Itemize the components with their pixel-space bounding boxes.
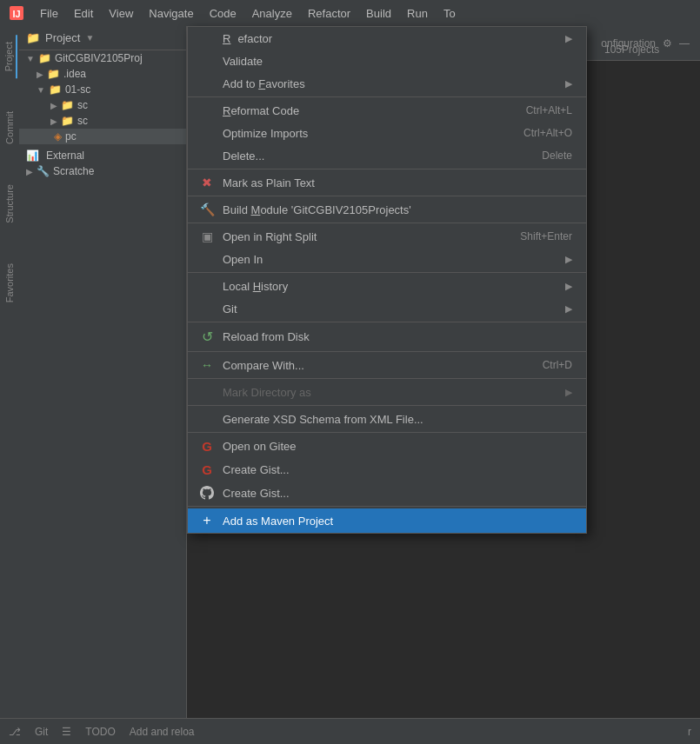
compare-icon: ↔ (198, 358, 216, 372)
tree-item-sc1[interactable]: ▶ 📁 sc (19, 97, 186, 113)
menu-item-compare[interactable]: ↔ Compare With... Ctrl+D (188, 354, 586, 376)
git-status-label[interactable]: Git (35, 726, 48, 738)
separator-2 (188, 169, 586, 169)
menu-item-open-gitee[interactable]: G Open on Gitee (188, 435, 586, 458)
tree-item-root[interactable]: ▼ 📁 GitCGBIV2105Proj (19, 50, 186, 66)
folder-icon-sc1: 📁 (61, 99, 74, 111)
refactor-label: R (223, 32, 230, 45)
menu-refactor[interactable]: Refactor (301, 3, 357, 23)
status-text: Add and reloa (130, 726, 195, 738)
side-tab-project[interactable]: Project (2, 35, 17, 78)
mark-directory-label: Mark Directory as (223, 386, 311, 399)
separator-8 (188, 378, 586, 379)
menu-item-open-right-split[interactable]: ▣ Open in Right Split Shift+Enter (188, 225, 586, 248)
gear-icon[interactable]: ⚙ (663, 37, 672, 50)
separator-3 (188, 196, 586, 196)
compare-shortcut: Ctrl+D (543, 359, 572, 371)
menu-to[interactable]: To (437, 3, 463, 23)
tree-item-01sc[interactable]: ▼ 📁 01-sc (19, 82, 186, 97)
menu-item-generate-xsd[interactable]: Generate XSD Schema from XML File... (188, 408, 586, 430)
gitee-gist-icon: G (198, 462, 216, 477)
git-status-icon: ⎇ (9, 726, 21, 738)
menu-item-refactor[interactable]: Refactor ▶ (188, 27, 586, 50)
arrow-icon: ▼ (26, 54, 35, 63)
arrow-icon: ▶ (50, 101, 57, 110)
separator-11 (188, 506, 586, 507)
separator-7 (188, 351, 586, 352)
tree-item-sc2[interactable]: ▶ 📁 sc (19, 113, 186, 129)
local-history-label: Local History (223, 280, 288, 293)
tree-item-scratche[interactable]: ▶ 🔧 Scratche (19, 163, 186, 179)
menu-item-git[interactable]: Git ▶ (188, 297, 586, 320)
menu-item-add-favorites[interactable]: Add to Favorites ▶ (188, 72, 586, 95)
delete-shortcut: Delete (542, 149, 572, 162)
menu-item-delete[interactable]: Delete... Delete (188, 144, 586, 167)
menu-item-mark-plain[interactable]: ✖ Mark as Plain Text (188, 171, 586, 194)
optimize-label: Optimize Imports (223, 127, 308, 140)
root-folder-icon: 📁 (38, 52, 51, 64)
menu-item-mark-directory[interactable]: Mark Directory as ▶ (188, 381, 586, 403)
todo-icon: ☰ (62, 726, 71, 738)
menu-item-optimize[interactable]: Optimize Imports Ctrl+Alt+O (188, 122, 586, 144)
side-tab-commit[interactable]: Commit (3, 104, 17, 151)
menu-item-build-module[interactable]: 🔨 Build Module 'GitCGBIV2105Projects' (188, 198, 586, 221)
sc2-label: sc (77, 115, 88, 127)
folder-icon: 📁 (26, 31, 40, 44)
menu-item-open-in[interactable]: Open In ▶ (188, 248, 586, 270)
menu-item-create-gist-2[interactable]: Create Gist... (188, 482, 586, 504)
external-icon: 📊 (26, 149, 39, 162)
svg-text:IJ: IJ (12, 9, 20, 19)
project-panel: 📁 Project ▼ ▼ 📁 GitCGBIV2105Proj ▶ 📁 .id… (19, 26, 187, 718)
menu-item-validate[interactable]: Validate (188, 50, 586, 72)
submenu-arrow-icon: ▶ (565, 387, 572, 398)
build-module-label: Build Module 'GitCGBIV2105Projects' (223, 203, 411, 216)
tree-item-pc[interactable]: ◈ pc (19, 129, 186, 144)
right-panel-text: 105Projects (604, 43, 659, 56)
arrow-icon: ▶ (26, 167, 33, 176)
submenu-arrow-icon: ▶ (565, 254, 572, 265)
optimize-shortcut: Ctrl+Alt+O (523, 127, 572, 139)
menu-navigate[interactable]: Navigate (142, 3, 200, 23)
side-tab-structure[interactable]: Structure (3, 177, 17, 230)
side-tab-favorites[interactable]: Favorites (3, 256, 17, 309)
app-logo: IJ (7, 3, 26, 23)
menu-build[interactable]: Build (359, 3, 398, 23)
menu-item-reload[interactable]: ↺ Reload from Disk (188, 324, 586, 349)
reload-icon: ↺ (198, 329, 216, 345)
dropdown-arrow-icon[interactable]: ▼ (85, 33, 94, 43)
menu-file[interactable]: File (33, 3, 65, 23)
menu-item-add-maven[interactable]: + Add as Maven Project (188, 508, 586, 533)
separator-1 (188, 96, 586, 97)
scratche-label: Scratche (53, 165, 94, 177)
todo-status-label[interactable]: TODO (85, 726, 115, 738)
submenu-arrow-icon: ▶ (565, 78, 572, 90)
submenu-arrow-icon: ▶ (565, 281, 572, 292)
separator-5 (188, 272, 586, 273)
menu-analyze[interactable]: Analyze (245, 3, 299, 23)
reformat-shortcut: Ctrl+Alt+L (526, 104, 572, 116)
menu-edit[interactable]: Edit (67, 3, 100, 23)
menu-view[interactable]: View (102, 3, 140, 23)
mark-plain-label: Mark as Plain Text (223, 176, 315, 189)
split-icon: ▣ (198, 229, 216, 243)
mark-plain-icon: ✖ (198, 176, 216, 189)
tree-item-idea[interactable]: ▶ 📁 .idea (19, 66, 186, 82)
tree-item-external[interactable]: 📊 External (19, 148, 186, 163)
minimize-icon[interactable]: — (679, 37, 690, 50)
menu-item-local-history[interactable]: Local History ▶ (188, 275, 586, 297)
menu-code[interactable]: Code (203, 3, 243, 23)
open-gitee-label: Open on Gitee (223, 440, 297, 453)
separator-4 (188, 223, 586, 223)
create-gist1-label: Create Gist... (223, 463, 290, 476)
folder-icon-01sc: 📁 (49, 83, 62, 96)
menu-item-create-gist-1[interactable]: G Create Gist... (188, 458, 586, 482)
context-menu: Refactor ▶ Validate Add to Favorites ▶ R… (187, 26, 587, 534)
menu-run[interactable]: Run (400, 3, 435, 23)
01sc-label: 01-sc (65, 83, 90, 96)
side-tab-bar: Project Commit Structure Favorites (0, 26, 19, 718)
open-right-split-shortcut: Shift+Enter (520, 230, 572, 242)
root-label: GitCGBIV2105Proj (55, 52, 143, 64)
menu-item-reformat[interactable]: Reformat Code Ctrl+Alt+L (188, 99, 586, 122)
build-icon: 🔨 (198, 203, 216, 216)
separator-9 (188, 405, 586, 406)
